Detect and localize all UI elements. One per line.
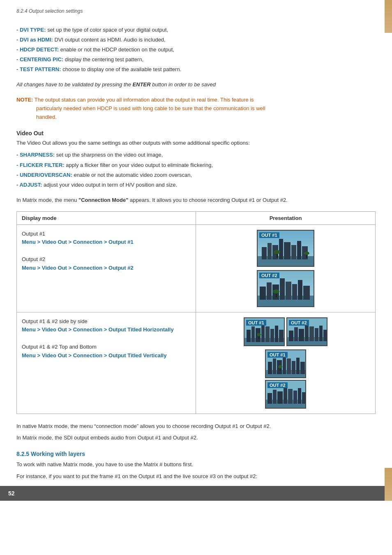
- keyword-dvi-type: - DVI TYPE:: [16, 27, 46, 33]
- table-row-2: Output #1 & #2 side by side Menu > Video…: [17, 312, 375, 414]
- svg-point-37: [257, 333, 261, 336]
- note-text3: handled.: [36, 114, 57, 120]
- svg-point-13: [304, 252, 309, 255]
- sbs-out1-image: OUT #1: [244, 317, 285, 346]
- svg-rect-47: [323, 330, 327, 341]
- svg-rect-62: [267, 393, 272, 404]
- note-text2: particularly needed when HDCP is used wi…: [36, 105, 265, 111]
- svg-rect-54: [287, 358, 291, 374]
- svg-rect-5: [279, 239, 283, 259]
- row1-output1-label: Output #1: [22, 230, 191, 238]
- section-825-text1: To work with native Matrix mode, you hav…: [16, 460, 376, 469]
- bullet-item-4: - CENTERING PIC: display the centering t…: [16, 55, 376, 64]
- tb-out2-image: OUT #2: [265, 380, 306, 409]
- keyword-test-pattern: - TEST PATTERN:: [16, 66, 61, 72]
- text-dvi-type: set up the type of color space of your d…: [46, 27, 168, 33]
- svg-rect-42: [299, 329, 304, 341]
- svg-rect-8: [297, 241, 301, 259]
- keyword-dvi-hdmi: - DVI as HDMI:: [16, 37, 53, 43]
- svg-rect-32: [265, 326, 270, 342]
- svg-rect-7: [291, 245, 296, 259]
- bullet-item-5: - TEST PATTERN: choose to display one of…: [16, 65, 376, 74]
- svg-rect-67: [293, 391, 297, 404]
- bullet-list: - DVI TYPE: set up the type of color spa…: [16, 25, 376, 74]
- footer-text2: In Matrix mode, the SDI output embeds au…: [16, 434, 376, 442]
- text-sharpness: set up the sharpness on the video out im…: [55, 152, 163, 158]
- keyword-hdcp: - HDCP DETECT:: [16, 46, 59, 53]
- svg-rect-50: [268, 362, 272, 374]
- row2-topbottom-label: Output #1 & #2 Top and Bottom: [22, 343, 191, 352]
- svg-rect-41: [294, 327, 298, 341]
- svg-rect-43: [305, 325, 309, 341]
- svg-rect-19: [280, 278, 285, 300]
- col-header-right: Presentation: [196, 212, 375, 224]
- text-underscan: enable or not the automatic video zoom o…: [72, 172, 192, 178]
- svg-rect-40: [289, 331, 293, 341]
- page-number: 52: [8, 490, 15, 497]
- tb-out1-label: OUT #1: [267, 352, 288, 358]
- svg-rect-21: [292, 284, 297, 300]
- vo-bullet-4: - ADJUST: adjust your video output in te…: [16, 180, 376, 190]
- svg-rect-69: [302, 392, 306, 404]
- keyword-adjust: - ADJUST:: [16, 182, 42, 188]
- text-flicker: apply a flicker filter on your video out…: [65, 162, 213, 168]
- table-cell-left-2: Output #1 & #2 side by side Menu > Video…: [17, 312, 196, 414]
- svg-rect-56: [296, 358, 300, 374]
- svg-point-25: [273, 289, 279, 294]
- svg-rect-68: [298, 388, 301, 404]
- keyword-flicker: - FLICKER FILTER:: [16, 162, 65, 168]
- page-container: 8.2.4 Output selection settings - DVI TY…: [0, 0, 392, 501]
- note-label: NOTE:: [16, 97, 33, 103]
- text-test-pattern: choose to display one of the available t…: [61, 66, 182, 72]
- svg-rect-28: [247, 330, 251, 342]
- note-text1: The output status can provide you all in…: [33, 97, 254, 103]
- svg-rect-33: [270, 329, 274, 342]
- row2-topbottom-menu: Menu > Video Out > Connection > Output T…: [22, 352, 191, 360]
- vo-bullet-3: - UNDER/OVERSCAN: enable or not the auto…: [16, 171, 376, 180]
- table-cell-left-1: Output #1 Menu > Video Out > Connection …: [17, 225, 196, 312]
- validate-text: All changes have to be validated by pres…: [16, 81, 376, 89]
- bullet-item-2: - DVI as HDMI: DVI output content as HDM…: [16, 35, 376, 44]
- video-out-bullets: - SHARPNESS: set up the sharpness on the…: [16, 150, 376, 189]
- section-825-text2: For instance, if you want to put the fra…: [16, 472, 376, 481]
- row2-sidebyside-label: Output #1 & #2 side by side: [22, 317, 191, 326]
- row2-sidebyside-menu: Menu > Video Out > Connection > Output T…: [22, 326, 191, 334]
- svg-rect-64: [277, 391, 283, 404]
- svg-rect-2: [262, 247, 267, 259]
- svg-point-11: [274, 250, 280, 254]
- svg-rect-16: [260, 287, 266, 300]
- svg-rect-31: [261, 324, 265, 342]
- matrix-text: In Matrix mode, the menu "Connection Mod…: [16, 196, 376, 205]
- svg-rect-65: [284, 387, 287, 404]
- section-825-title: 8.2.5 Working with layers: [16, 451, 376, 457]
- sbs-out2-label: OUT #2: [289, 320, 309, 326]
- col-header-left: Display mode: [17, 212, 196, 224]
- vo-bullet-2: - FLICKER FILTER: apply a flicker filter…: [16, 161, 376, 170]
- keyword-underscan: - UNDER/OVERSCAN:: [16, 172, 72, 178]
- accent-bar-top: [385, 0, 392, 33]
- note-block: NOTE: The output status can provide you …: [16, 96, 376, 121]
- video-out-intro: The Video Out allows you the same settin…: [16, 139, 376, 148]
- text-dvi-hdmi: DVI output content as HDMI. Audio is inc…: [53, 37, 166, 43]
- table-header: Display mode Presentation: [17, 212, 375, 225]
- svg-point-59: [278, 365, 282, 368]
- out1-image: OUT #1: [257, 230, 314, 267]
- table-row-1: Output #1 Menu > Video Out > Connection …: [17, 225, 375, 312]
- footer-text1: In native Matrix mode, the menu “connect…: [16, 422, 376, 431]
- svg-rect-51: [273, 358, 276, 374]
- text-hdcp: enable or not the HDCP detection on the …: [59, 46, 174, 53]
- svg-rect-66: [288, 389, 293, 404]
- table-cell-right-1: OUT #1: [196, 225, 375, 312]
- svg-rect-17: [267, 282, 272, 300]
- sbs-out1-label: OUT #1: [246, 320, 266, 326]
- keyword-centering: - CENTERING PIC:: [16, 56, 63, 62]
- table-cell-right-2: OUT #1: [196, 312, 375, 414]
- header-title: 8.2.4 Output selection settings: [16, 8, 376, 17]
- top-bottom-group: OUT #1: [265, 349, 306, 409]
- row1-output2-label: Output #2: [22, 255, 191, 264]
- svg-rect-63: [273, 390, 277, 404]
- tb-out2-label: OUT #2: [267, 382, 288, 388]
- note-indent: particularly needed when HDCP is used wi…: [36, 104, 376, 122]
- svg-rect-3: [267, 243, 272, 259]
- footer-bar: 52: [0, 486, 385, 501]
